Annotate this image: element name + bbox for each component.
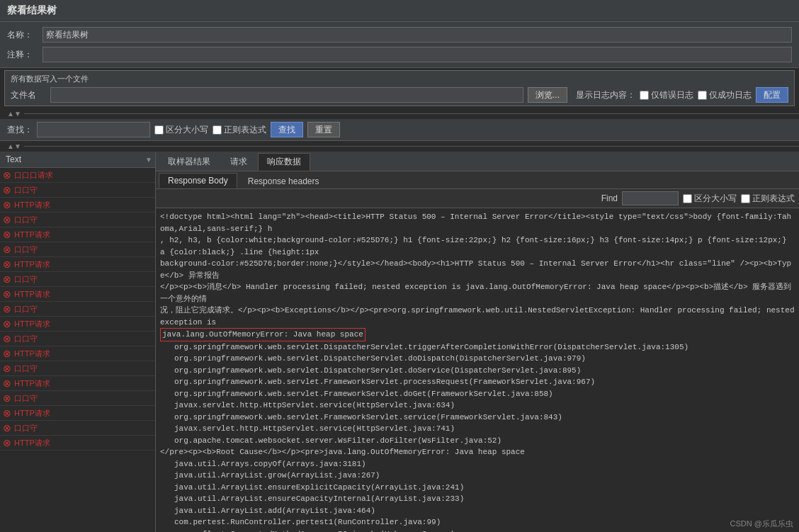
error-icon: ⊗ bbox=[3, 288, 11, 300]
item-text: 口口守 bbox=[14, 185, 38, 196]
watermark: CSDN @乐瓜乐虫 bbox=[730, 519, 793, 529]
list-item[interactable]: ⊗ 口口守 bbox=[0, 332, 155, 346]
search-input[interactable] bbox=[37, 122, 150, 137]
comment-input[interactable] bbox=[42, 47, 792, 62]
file-row: 文件名 浏览... 显示日志内容： 仅错误日志 仅成功日志 配置 bbox=[11, 87, 788, 103]
divider-bottom: ▲▼ bbox=[0, 141, 799, 152]
comment-row: 注释： bbox=[7, 45, 792, 64]
config-button[interactable]: 配置 bbox=[756, 87, 788, 103]
name-label: 名称： bbox=[7, 29, 42, 41]
comment-label: 注释： bbox=[7, 49, 42, 61]
find-regex-text: 正则表达式 bbox=[752, 193, 795, 205]
tab-response-data[interactable]: 响应数据 bbox=[258, 153, 310, 171]
content-line: java.util.ArrayList.ensureCapacityIntern… bbox=[160, 493, 795, 505]
error-icon: ⊗ bbox=[3, 229, 11, 240]
list-item[interactable]: ⊗ 口口口请求 bbox=[0, 168, 155, 183]
error-icon: ⊗ bbox=[3, 303, 11, 315]
filename-input[interactable] bbox=[50, 87, 523, 103]
case-sensitive-label[interactable]: 区分大小写 bbox=[154, 124, 208, 136]
item-text: HTTP请求 bbox=[14, 200, 50, 210]
list-item[interactable]: ⊗ HTTP请求 bbox=[0, 227, 155, 242]
list-item[interactable]: ⊗ HTTP请求 bbox=[0, 257, 155, 272]
error-log-checkbox-label[interactable]: 仅错误日志 bbox=[640, 89, 693, 101]
list-item[interactable]: ⊗ 口口守 bbox=[0, 242, 155, 257]
list-item[interactable]: ⊗ HTTP请求 bbox=[0, 376, 155, 391]
list-item[interactable]: ⊗ 口口守 bbox=[0, 361, 155, 376]
content-line: java.util.ArrayList.grow(ArrayList.java:… bbox=[160, 470, 795, 482]
find-regex-label[interactable]: 正则表达式 bbox=[741, 193, 795, 205]
content-line: javax.servlet.http.HttpServlet.service(H… bbox=[160, 423, 795, 435]
dropdown-icon: ▼ bbox=[145, 156, 152, 164]
find-case-text: 区分大小写 bbox=[694, 193, 737, 205]
case-sensitive-checkbox[interactable] bbox=[154, 125, 164, 135]
list-item[interactable]: ⊗ 口口守 bbox=[0, 391, 155, 406]
content-area[interactable]: <!doctype html><html lang="zh"><head><ti… bbox=[156, 208, 799, 532]
list-item[interactable]: ⊗ 口口守 bbox=[0, 421, 155, 436]
content-line: <!doctype html><html lang="zh"><head><ti… bbox=[160, 211, 795, 234]
list-item[interactable]: ⊗ HTTP请求 bbox=[0, 317, 155, 332]
item-text: HTTP请求 bbox=[14, 319, 50, 329]
item-text: HTTP请求 bbox=[14, 230, 50, 240]
find-bar-input[interactable] bbox=[622, 191, 679, 205]
reset-button[interactable]: 重置 bbox=[307, 122, 340, 137]
list-item[interactable]: ⊗ HTTP请求 bbox=[0, 346, 155, 361]
regex-checkbox[interactable] bbox=[212, 125, 222, 135]
error-icon: ⊗ bbox=[3, 259, 11, 270]
find-button[interactable]: 查找 bbox=[271, 122, 303, 137]
list-item[interactable]: ⊗ 口口守 bbox=[0, 213, 155, 227]
find-case-checkbox[interactable] bbox=[683, 194, 692, 203]
sub-tabs: Response Body Response headers bbox=[156, 171, 799, 189]
window-title: 察看结果树 bbox=[7, 4, 57, 16]
error-icon: ⊗ bbox=[3, 407, 11, 419]
item-text: 口口守 bbox=[14, 274, 38, 285]
list-item[interactable]: ⊗ HTTP请求 bbox=[0, 436, 155, 451]
content-line: java.util.Arrays.copyOf(Arrays.java:3181… bbox=[160, 458, 795, 470]
content-line: java.util.ArrayList.add(ArrayList.java:4… bbox=[160, 505, 795, 517]
left-panel-header: Text ▼ bbox=[0, 152, 155, 168]
content-line: , h2, h3, b {color:white;background-colo… bbox=[160, 234, 795, 258]
error-log-checkbox[interactable] bbox=[640, 91, 649, 100]
error-icon: ⊗ bbox=[3, 199, 11, 210]
sub-tab-response-headers[interactable]: Response headers bbox=[239, 174, 329, 188]
list-item[interactable]: ⊗ 口口守 bbox=[0, 302, 155, 317]
browse-button[interactable]: 浏览... bbox=[528, 87, 567, 103]
error-icon: ⊗ bbox=[3, 184, 11, 196]
content-line: 况，阻止它完成请求。</p><p><b>Exceptions</b></p><p… bbox=[160, 305, 795, 328]
regex-text: 正则表达式 bbox=[224, 124, 266, 136]
list-item[interactable]: ⊗ 口口守 bbox=[0, 272, 155, 287]
tab-sampler-result[interactable]: 取样器结果 bbox=[159, 153, 220, 171]
error-icon: ⊗ bbox=[3, 363, 11, 374]
title-bar: 察看结果树 bbox=[0, 0, 799, 22]
list-item[interactable]: ⊗ HTTP请求 bbox=[0, 198, 155, 213]
tab-request[interactable]: 请求 bbox=[221, 153, 256, 171]
error-icon: ⊗ bbox=[3, 214, 11, 225]
item-text: HTTP请求 bbox=[14, 289, 50, 300]
find-regex-checkbox[interactable] bbox=[741, 194, 750, 203]
content-line: org.springframework.web.servlet.Framewor… bbox=[160, 412, 795, 424]
item-text: HTTP请求 bbox=[14, 259, 50, 270]
find-bar-label: Find bbox=[601, 193, 618, 203]
error-icon: ⊗ bbox=[3, 244, 11, 255]
list-item[interactable]: ⊗ HTTP请求 bbox=[0, 406, 155, 421]
sub-tab-response-body[interactable]: Response Body bbox=[159, 173, 237, 188]
regex-label[interactable]: 正则表达式 bbox=[212, 124, 266, 136]
expand-icon2: ▲▼ bbox=[7, 142, 21, 150]
item-text: HTTP请求 bbox=[14, 408, 50, 419]
content-line: org.springframework.web.servlet.Dispatch… bbox=[160, 341, 795, 353]
search-section: 查找： 区分大小写 正则表达式 查找 重置 bbox=[0, 119, 799, 141]
error-icon: ⊗ bbox=[3, 378, 11, 389]
error-icon: ⊗ bbox=[3, 333, 11, 344]
list-item[interactable]: ⊗ HTTP请求 bbox=[0, 287, 155, 302]
right-panel: 取样器结果 请求 响应数据 Response Body Response hea… bbox=[156, 152, 799, 532]
left-panel-body[interactable]: ⊗ 口口口请求 ⊗ 口口守 ⊗ HTTP请求 ⊗ 口口守 ⊗ HTTP请求 ⊗ … bbox=[0, 168, 155, 532]
item-text: 口口守 bbox=[14, 304, 38, 315]
item-text: 口口守 bbox=[14, 363, 38, 374]
item-text: HTTP请求 bbox=[14, 349, 50, 359]
name-input[interactable] bbox=[42, 27, 792, 43]
left-panel: Text ▼ ⊗ 口口口请求 ⊗ 口口守 ⊗ HTTP请求 ⊗ 口口守 ⊗ HT… bbox=[0, 152, 156, 532]
expand-icon: ▲▼ bbox=[7, 110, 21, 118]
find-case-label[interactable]: 区分大小写 bbox=[683, 193, 737, 205]
list-item[interactable]: ⊗ 口口守 bbox=[0, 183, 155, 198]
success-log-checkbox-label[interactable]: 仅成功日志 bbox=[698, 89, 752, 101]
success-log-checkbox[interactable] bbox=[698, 91, 707, 100]
